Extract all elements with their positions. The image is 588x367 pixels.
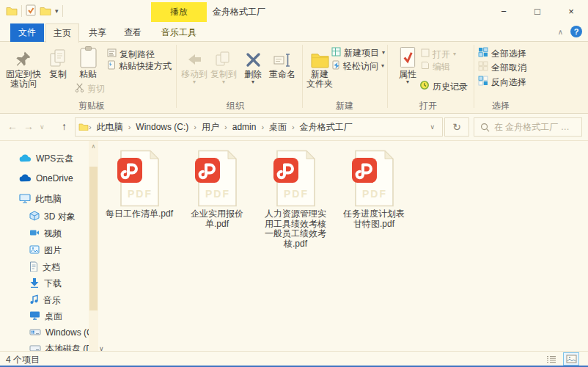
- file-tile[interactable]: PDF 企业实用报价单.pdf: [182, 150, 252, 229]
- scissors-icon: [75, 83, 84, 95]
- forward-icon[interactable]: →: [23, 120, 34, 132]
- maximize-button[interactable]: □: [521, 0, 554, 22]
- contextual-tab-group-label: 播放: [151, 2, 207, 22]
- cut-button[interactable]: 剪切: [75, 83, 105, 95]
- sidebar-item-windows-c[interactable]: Windows (C: [29, 325, 93, 340]
- copy-button[interactable]: 复制: [44, 45, 72, 79]
- qat-properties-icon[interactable]: [26, 4, 36, 18]
- new-item-icon: [331, 47, 341, 59]
- breadcrumb-users[interactable]: 用户: [198, 121, 223, 134]
- breadcrumb-windows-c[interactable]: Windows (C:): [132, 122, 192, 132]
- cube-icon: [29, 211, 40, 223]
- help-icon[interactable]: ?: [570, 26, 582, 37]
- open-button[interactable]: 打开 ▾: [421, 48, 456, 59]
- file-name: 每日工作清单.pdf: [106, 209, 173, 219]
- large-icons-view-button[interactable]: [563, 352, 579, 366]
- paste-button[interactable]: 粘贴: [73, 45, 103, 79]
- invert-selection-button[interactable]: 反向选择: [478, 76, 526, 88]
- items-count: 4 个项目: [6, 354, 40, 366]
- select-all-icon: [478, 47, 488, 59]
- tab-home[interactable]: 主页: [45, 23, 79, 43]
- sidebar-item-downloads[interactable]: 下载: [29, 276, 62, 291]
- refresh-button[interactable]: ↻: [444, 117, 469, 137]
- sidebar-item-music[interactable]: 音乐: [29, 293, 61, 308]
- group-caption-open: 打开: [411, 100, 446, 112]
- edit-button[interactable]: 编辑: [421, 61, 450, 72]
- music-note-icon: [29, 294, 39, 307]
- file-name: 任务进度计划表甘特图.pdf: [340, 209, 408, 229]
- copy-to-icon: [215, 45, 232, 68]
- qat-separator: [21, 5, 22, 17]
- qat-dropdown-icon[interactable]: ▾: [55, 8, 59, 14]
- breadcrumb: › 此电脑 › Windows (C:) › 用户 › admin › 桌面 ›…: [89, 121, 425, 134]
- sidebar-item-desktop[interactable]: 桌面: [29, 309, 62, 324]
- pdf-file-icon: PDF: [116, 150, 163, 207]
- minimize-button[interactable]: −: [487, 0, 521, 22]
- sidebar-item-wps-cloud[interactable]: WPS云盘: [19, 151, 73, 166]
- copy-path-button[interactable]: 复制路径: [107, 48, 155, 59]
- explorer-window: ▾ 播放 金舟格式工厂 − □ × 文件 主页 共享 查看 音乐工具 ∧ ? 固…: [0, 0, 588, 367]
- copy-to-button[interactable]: 复制到 ▾: [210, 45, 238, 85]
- search-icon: [480, 123, 490, 132]
- scrollbar-up-icon[interactable]: ∧: [89, 141, 98, 151]
- recent-locations-icon[interactable]: ∨: [40, 123, 45, 131]
- file-tile[interactable]: PDF 人力资源管理实用工具绩效考核一般员工绩效考核.pdf: [260, 150, 331, 249]
- ribbon-separator: [302, 45, 303, 108]
- open-icon: [421, 48, 430, 59]
- address-folder-icon: [78, 122, 89, 133]
- pushpin-icon: [15, 45, 32, 68]
- sidebar-item-pictures[interactable]: 图片: [29, 243, 62, 258]
- svg-text:PDF: PDF: [284, 188, 309, 200]
- breadcrumb-current-folder[interactable]: 金舟格式工厂: [296, 121, 356, 134]
- tab-file[interactable]: 文件: [10, 23, 44, 42]
- close-button[interactable]: ×: [554, 0, 588, 22]
- new-item-button[interactable]: 新建项目 ▾: [331, 47, 385, 59]
- select-none-button[interactable]: 全部取消: [478, 61, 526, 73]
- sidebar-scrollbar[interactable]: ∧: [89, 141, 98, 351]
- pdf-file-icon: PDF: [272, 150, 319, 207]
- file-tile[interactable]: PDF 任务进度计划表甘特图.pdf: [339, 150, 409, 229]
- breadcrumb-desktop[interactable]: 桌面: [265, 121, 290, 134]
- svg-text:PDF: PDF: [362, 188, 387, 200]
- tab-view[interactable]: 查看: [116, 23, 150, 42]
- collapse-ribbon-icon[interactable]: ∧: [558, 28, 563, 36]
- address-dropdown-icon[interactable]: ∨: [425, 123, 439, 131]
- pin-to-quick-access-button[interactable]: 固定到快 速访问: [4, 45, 43, 89]
- details-view-button[interactable]: [544, 353, 559, 366]
- group-caption-select: 选择: [484, 100, 518, 112]
- paste-shortcut-button[interactable]: 粘贴快捷方式: [107, 60, 172, 72]
- breadcrumb-this-pc[interactable]: 此电脑: [93, 121, 127, 134]
- details-view-icon: [546, 355, 556, 363]
- up-icon[interactable]: ↑: [62, 120, 67, 132]
- rename-button[interactable]: 重命名: [267, 45, 298, 79]
- invert-selection-icon: [478, 76, 488, 88]
- delete-button[interactable]: 删除 ▾: [240, 45, 265, 85]
- qat-folder-icon[interactable]: [40, 5, 51, 18]
- wps-cloud-icon: [19, 153, 32, 164]
- tab-music-tools[interactable]: 音乐工具: [151, 23, 207, 42]
- sidebar-item-this-pc[interactable]: 此电脑: [19, 192, 62, 206]
- copy-path-icon: [107, 48, 117, 59]
- window-folder-icon[interactable]: [6, 5, 18, 18]
- history-button[interactable]: 历史记录: [419, 80, 468, 92]
- sidebar-item-documents[interactable]: 文档: [29, 260, 60, 275]
- search-input[interactable]: [493, 121, 576, 133]
- window-controls: − □ ×: [487, 0, 588, 22]
- select-all-button[interactable]: 全部选择: [478, 47, 526, 59]
- document-icon: [29, 261, 38, 274]
- pdf-file-icon: PDF: [350, 150, 397, 207]
- address-bar-row: ← → ∨ ↑ › 此电脑 › Windows (C:) › 用户 › admi…: [0, 114, 588, 141]
- move-to-icon: [185, 45, 203, 68]
- sidebar-item-onedrive[interactable]: OneDrive: [19, 171, 73, 186]
- breadcrumb-admin[interactable]: admin: [229, 122, 260, 132]
- move-to-button[interactable]: 移动到 ▾: [180, 45, 208, 85]
- easy-access-button[interactable]: 轻松访问 ▾: [331, 60, 384, 72]
- tab-share[interactable]: 共享: [81, 23, 114, 42]
- back-icon[interactable]: ←: [7, 120, 18, 132]
- properties-button[interactable]: 属性 ▾: [393, 45, 422, 85]
- scrollbar-thumb[interactable]: [89, 167, 98, 310]
- address-bar[interactable]: › 此电脑 › Windows (C:) › 用户 › admin › 桌面 ›…: [75, 117, 443, 137]
- sidebar-item-3d-objects[interactable]: 3D 对象: [29, 209, 76, 224]
- file-tile[interactable]: PDF 每日工作清单.pdf: [104, 150, 174, 219]
- sidebar-item-videos[interactable]: 视频: [29, 226, 62, 241]
